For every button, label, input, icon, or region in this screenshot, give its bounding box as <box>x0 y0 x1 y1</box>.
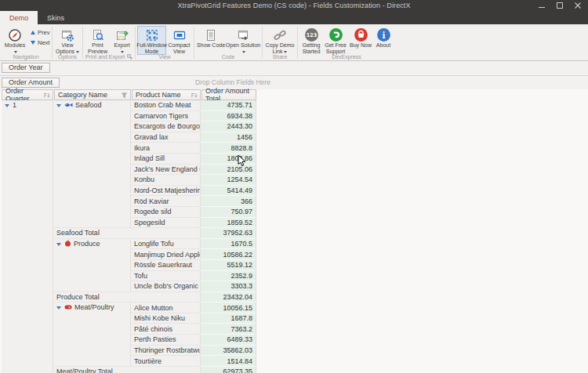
filter-funnel-icon <box>121 92 128 99</box>
column-header-product-name[interactable]: Product Name <box>132 89 201 100</box>
row-field-cell-product[interactable]: Manjimup Dried Apples <box>131 249 201 260</box>
view-options-button[interactable]: ViewOptions <box>54 26 81 55</box>
collapse-arrow-icon[interactable] <box>56 243 61 246</box>
row-field-cell-product[interactable]: Tofu <box>131 271 201 282</box>
field-order-year[interactable]: Order Year <box>2 63 50 73</box>
view-options-label-1: View <box>61 42 73 48</box>
row-field-cell-category[interactable]: Produce <box>53 239 131 292</box>
getting-started-button[interactable]: 123 GettingStarted <box>299 26 323 55</box>
column-header-order-amount-total[interactable]: Order Amount Total <box>201 89 256 100</box>
value-cell[interactable]: 1514.84 <box>201 356 256 367</box>
collapse-arrow-icon[interactable] <box>5 104 9 107</box>
row-field-cell-product[interactable]: Spegesild <box>131 218 201 229</box>
buy-now-label: Buy Now <box>350 42 372 48</box>
value-cell[interactable]: 10056.15 <box>201 302 256 313</box>
row-field-cell-product[interactable]: Gravad lax <box>131 132 201 143</box>
row-field-cell-product[interactable]: Mishi Kobe Niku <box>131 313 201 324</box>
modules-button[interactable]: Modules <box>2 26 28 55</box>
value-cell[interactable]: 35862.03 <box>201 346 256 357</box>
row-field-cell-product[interactable]: Boston Crab Meat <box>131 100 201 111</box>
row-field-cell-product[interactable]: Konbu <box>131 175 201 186</box>
row-field-cell-product[interactable]: Perth Pasties <box>131 335 201 346</box>
value-cell[interactable]: 750.97 <box>201 207 256 218</box>
value-cell[interactable]: 366 <box>201 196 256 207</box>
value-cell[interactable]: 1803.86 <box>201 154 256 165</box>
minimize-icon <box>539 2 545 9</box>
prev-button[interactable]: Prev <box>28 29 50 36</box>
value-cell[interactable]: 8828.8 <box>201 143 256 154</box>
prev-label: Prev <box>38 29 49 36</box>
value-cell[interactable]: 1456 <box>201 132 256 143</box>
total-label-cell[interactable]: Meat/Poultry Total <box>53 367 201 373</box>
collapse-arrow-icon[interactable] <box>56 306 61 310</box>
ribbon-group-options: ViewOptions Options <box>54 25 81 60</box>
row-field-cell-category[interactable]: Meat/Poultry <box>53 302 131 367</box>
row-field-cell-product[interactable]: Nord-Ost Matjeshering <box>131 186 201 197</box>
value-cell[interactable]: 1859.52 <box>201 218 256 229</box>
value-cell[interactable]: 4735.71 <box>201 100 256 111</box>
basket-icon <box>354 27 368 42</box>
open-solution-button[interactable]: Open Solution <box>226 26 260 55</box>
value-cell[interactable]: 2105.06 <box>201 165 256 176</box>
total-label-cell[interactable]: Seafood Total <box>53 228 201 239</box>
value-cell[interactable]: 5519.12 <box>201 260 256 271</box>
minimize-button[interactable] <box>532 0 550 11</box>
show-code-button[interactable]: Show Code <box>196 26 226 49</box>
value-cell[interactable]: 1254.54 <box>201 175 256 186</box>
row-field-cell-product[interactable]: Tourtière <box>131 356 201 367</box>
get-free-support-button[interactable]: Get FreeSupport <box>323 26 348 55</box>
sort-asc-icon <box>43 92 50 99</box>
value-cell[interactable]: 1670.5 <box>201 239 256 250</box>
row-field-cell-product[interactable]: Jack's New England Clam Chowder <box>131 165 201 176</box>
close-button[interactable] <box>568 0 586 11</box>
row-field-cell-product[interactable]: Inlagd Sill <box>131 154 201 165</box>
compact-view-button[interactable]: CompactView <box>166 26 192 55</box>
value-cell[interactable]: 2352.9 <box>201 271 256 282</box>
about-button[interactable]: i About <box>373 26 394 49</box>
produce-icon <box>64 240 71 249</box>
column-header-category-name[interactable]: Category Name <box>54 89 131 100</box>
app-window: XtraPivotGrid Features Demo (CS code) - … <box>0 0 588 373</box>
row-field-cell-product[interactable]: Ikura <box>131 143 201 154</box>
maximize-button[interactable] <box>550 0 568 11</box>
value-cell[interactable]: 10586.22 <box>201 249 256 260</box>
value-cell[interactable]: 5414.49 <box>201 186 256 197</box>
row-field-cell-product[interactable]: Rössle Sauerkraut <box>131 260 201 271</box>
total-label-cell[interactable]: Produce Total <box>53 292 201 303</box>
collapse-arrow-icon[interactable] <box>56 104 61 107</box>
value-cell[interactable]: 6934.38 <box>201 111 256 122</box>
print-preview-button[interactable]: PrintPreview <box>85 26 111 55</box>
next-button[interactable]: Next <box>28 39 50 46</box>
value-cell[interactable]: 3303.3 <box>201 281 256 292</box>
row-field-cell-product[interactable]: Carnarvon Tigers <box>131 111 201 122</box>
export-button[interactable]: Export <box>111 26 133 55</box>
full-window-mode-button[interactable]: Full-WindowMode <box>137 26 166 55</box>
row-field-cell-product[interactable]: Alice Mutton <box>131 302 201 313</box>
buy-now-button[interactable]: Buy Now <box>348 26 373 49</box>
row-field-cell-product[interactable]: Uncle Bob's Organic Dried Pears <box>131 281 201 292</box>
copy-demo-link-button[interactable]: Copy DemoLink <box>264 26 296 55</box>
row-field-cell-quarter[interactable]: 1 <box>2 100 53 373</box>
value-cell[interactable]: 6489.33 <box>201 335 256 346</box>
group-separator <box>135 27 136 59</box>
total-value-cell[interactable]: 23432.04 <box>201 292 256 303</box>
row-field-cell-product[interactable]: Pâté chinois <box>131 324 201 335</box>
total-value-cell[interactable]: 37952.63 <box>201 228 256 239</box>
value-cell[interactable]: 1687.8 <box>201 313 256 324</box>
value-cell[interactable]: 2443.30 <box>201 121 256 132</box>
column-header-order-quarter[interactable]: Order Quarter <box>2 89 53 100</box>
tab-skins[interactable]: Skins <box>38 11 74 24</box>
tab-demo[interactable]: Demo <box>0 11 38 24</box>
row-field-cell-product[interactable]: Thüringer Rostbratwurst <box>131 346 201 357</box>
dialog-launcher-icon[interactable] <box>127 54 132 60</box>
row-field-cell-category[interactable]: Seafood <box>53 100 131 228</box>
print-preview-label-1: Print <box>92 42 103 48</box>
open-solution-label: Open Solution <box>226 42 260 48</box>
row-field-cell-product[interactable]: Escargots de Bourgogne <box>131 121 201 132</box>
total-value-cell[interactable]: 62973.35 <box>201 367 256 373</box>
row-field-cell-product[interactable]: Röd Kaviar <box>131 196 201 207</box>
row-field-cell-product[interactable]: Rogede sild <box>131 207 201 218</box>
group-caption-view: View <box>137 53 192 60</box>
row-field-cell-product[interactable]: Longlife Tofu <box>131 239 201 250</box>
value-cell[interactable]: 7363.2 <box>201 324 256 335</box>
